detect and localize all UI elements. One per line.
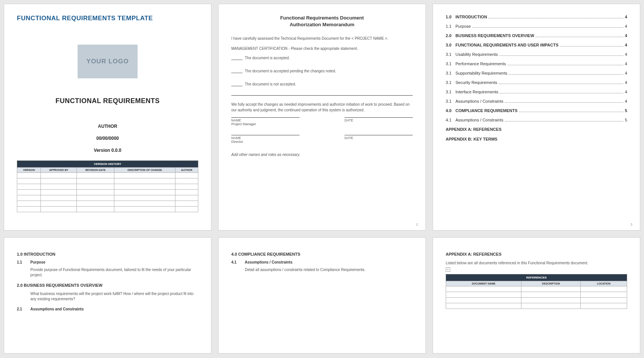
col-description: DESCRIPTION OF CHANGE: [114, 168, 175, 173]
page-3-toc: 1.0INTRODUCTION41.1Purpose42.0BUSINESS R…: [433, 4, 640, 231]
subsection-4-1: 4.1 Assumptions / Constraints: [231, 260, 413, 264]
sig-role-director: Director: [231, 140, 300, 144]
col-revisiondate: REVISION DATE: [76, 168, 114, 173]
option-not-accepted: The document is not accepted.: [231, 82, 413, 86]
table-row: [446, 292, 627, 298]
compliance-text: Detail all assumptions / constraints rel…: [245, 267, 413, 273]
page-number: 3: [631, 223, 632, 226]
table-row: [446, 286, 627, 292]
pages-grid: FUNCTIONAL REQUIREMENTS TEMPLATE YOUR LO…: [4, 4, 640, 354]
option-accepted-pending: The document is accepted pending the cha…: [231, 69, 413, 73]
toc-entry: 3.1Usability Requirements4: [446, 52, 627, 57]
toc-entry: 3.1Performance Requirements4: [446, 61, 627, 66]
signature-row-2: NAME Director DATE: [231, 135, 413, 144]
toc-entry: 3.1Interface Requirements4: [446, 90, 627, 94]
col-location: LOCATION: [581, 281, 627, 286]
date-label: 00/00/0000: [17, 136, 198, 141]
toc-entry: 3.1Security Requirements4: [446, 80, 627, 85]
page-5-compliance: 4.0 COMPLIANCE REQUIREMENTS 4.1 Assumpti…: [218, 237, 426, 354]
option-accepted: The document is accepted.: [231, 56, 413, 60]
toc-entry: 1.0INTRODUCTION4: [446, 15, 627, 19]
add-names-note: Add other names and roles as necessary.: [231, 153, 413, 157]
ref-table-title: REFERENCES: [446, 274, 627, 281]
table-row: [17, 201, 198, 207]
table-row: [17, 173, 198, 178]
col-version: VERSION: [17, 168, 41, 173]
table-row: [17, 184, 198, 190]
business-req-text: What business requirements will the proj…: [30, 291, 198, 302]
expand-icon[interactable]: +: [446, 267, 450, 272]
toc-list: 1.0INTRODUCTION41.1Purpose42.0BUSINESS R…: [446, 15, 627, 123]
toc-entry: 3.1Supportability Requirements4: [446, 71, 627, 76]
sig-date-label: DATE: [344, 117, 413, 122]
author-label: AUTHOR: [17, 124, 198, 129]
mgmt-cert-text: MANAGEMENT CERTIFICATION - Please check …: [231, 46, 413, 51]
section-4-0: 4.0 COMPLIANCE REQUIREMENTS: [231, 252, 413, 256]
purpose-text: Provide purpose of Functional Requiremen…: [30, 267, 198, 278]
col-approvedby: APPROVED BY: [41, 168, 77, 173]
table-row: [446, 303, 627, 309]
toc-entry: 3.1Assumptions / Constraints4: [446, 99, 627, 104]
toc-entry: 1.1Purpose4: [446, 24, 627, 29]
col-docname: DOCUMENT NAME: [446, 281, 521, 286]
table-row: [446, 298, 627, 303]
page-1-cover: FUNCTIONAL REQUIREMENTS TEMPLATE YOUR LO…: [4, 4, 211, 231]
appendix-a-title: APPENDIX A: REFERENCES: [446, 252, 627, 256]
logo-placeholder: YOUR LOGO: [78, 45, 138, 78]
toc-entry: 4.0COMPLIANCE REQUIREMENTS5: [446, 108, 627, 113]
accept-text: We fully accept the changes as needed im…: [231, 102, 413, 113]
sig-date-label: DATE: [344, 135, 413, 140]
col-description: DESCRIPTION: [521, 281, 581, 286]
version-label: Version 0.0.0: [17, 148, 198, 153]
signature-row-1: NAME Project Manager DATE: [231, 117, 413, 126]
table-row: [17, 195, 198, 201]
auth-intro-text: I have carefully assessed the Technical …: [231, 36, 413, 41]
appendix-a: APPENDIX A: REFERENCES: [446, 127, 627, 132]
references-intro: Listed below are all documents reference…: [446, 260, 627, 266]
references-table: REFERENCES DOCUMENT NAME DESCRIPTION LOC…: [446, 274, 627, 309]
page-4-intro: 1.0 INTRODUCTION 1.1 Purpose Provide pur…: [4, 237, 211, 354]
version-table-title: VERSION HISTORY: [17, 161, 198, 168]
subsection-2-1: 2.1 Assumptions and Constraints: [17, 307, 198, 311]
sig-role-pm: Project Manager: [231, 122, 300, 126]
section-2-0: 2.0 BUSINESS REQUIREMENTS OVERVIEW: [17, 283, 198, 288]
page-number: 2: [416, 223, 418, 226]
toc-entry: 2.0BUSINESS REQUIREMENTS OVERVIEW4: [446, 33, 627, 38]
table-row: [17, 207, 198, 212]
version-history-table: VERSION HISTORY VERSION APPROVED BY REVI…: [17, 160, 198, 212]
sig-name-label: NAME: [231, 117, 300, 122]
auth-memo-title: Functional Requirements Document Authori…: [231, 15, 413, 28]
col-author: AUTHOR: [175, 168, 198, 173]
subsection-1-1: 1.1 Purpose: [17, 260, 198, 264]
template-header: FUNCTIONAL REQUIREMENTS TEMPLATE: [17, 15, 198, 22]
sig-name-label: NAME: [231, 135, 300, 140]
toc-entry: 3.0FUNCTIONAL REQUIREMENTS AND USER IMPA…: [446, 43, 627, 48]
divider: [231, 95, 413, 96]
toc-entry: 4.1Assumptions / Constraints5: [446, 118, 627, 123]
table-row: [17, 190, 198, 195]
section-1-0: 1.0 INTRODUCTION: [17, 252, 198, 256]
table-row: [17, 178, 198, 184]
appendix-b: APPENDIX B: KEY TERMS: [446, 137, 627, 141]
page-6-references: APPENDIX A: REFERENCES Listed below are …: [433, 237, 640, 354]
page-2-authorization: Functional Requirements Document Authori…: [218, 4, 426, 231]
document-title: FUNCTIONAL REQUIREMENTS: [17, 97, 198, 105]
